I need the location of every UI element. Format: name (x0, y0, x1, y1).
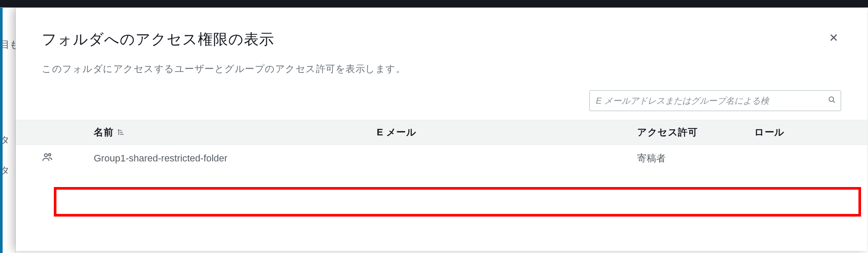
top-app-bar (0, 0, 868, 8)
svg-rect-6 (120, 134, 124, 135)
modal-subtitle: このフォルダにアクセスするユーザーとグループのアクセス許可を表示します。 (16, 49, 867, 76)
modal-header: フォルダへのアクセス権限の表示 ✕ (16, 30, 867, 49)
svg-rect-4 (120, 130, 122, 131)
table-header-row: 名前 E メール アクセス許可 ロール (16, 120, 867, 145)
close-button[interactable]: ✕ (826, 30, 841, 46)
column-access-label: アクセス許可 (637, 127, 697, 138)
svg-point-7 (44, 154, 47, 157)
row-access-cell: 寄稿者 (637, 152, 754, 165)
close-icon: ✕ (829, 31, 838, 44)
row-name-cell: Group1-shared-restricted-folder (94, 153, 377, 164)
annotation-highlight-box (54, 187, 861, 217)
search-input[interactable] (589, 90, 841, 111)
svg-point-8 (49, 153, 51, 155)
row-icon-cell (42, 151, 94, 165)
background-text: 目も (0, 38, 16, 51)
background-text: タ (0, 134, 16, 147)
sort-ascending-icon (117, 128, 125, 136)
column-header-email[interactable]: E メール (377, 126, 637, 139)
column-header-name[interactable]: 名前 (94, 126, 377, 139)
background-panel: 目も タ タ (0, 8, 16, 253)
column-header-role[interactable]: ロール (754, 126, 841, 139)
column-email-label: E メール (377, 127, 416, 138)
svg-rect-2 (118, 130, 119, 135)
background-text: タ (0, 164, 16, 177)
column-name-label: 名前 (94, 126, 113, 139)
modal-title: フォルダへのアクセス権限の表示 (42, 30, 274, 49)
svg-rect-5 (120, 132, 123, 133)
column-role-label: ロール (754, 127, 785, 138)
group-icon (42, 154, 53, 165)
search-row (16, 76, 867, 120)
svg-marker-3 (118, 129, 120, 131)
access-permissions-modal: フォルダへのアクセス権限の表示 ✕ このフォルダにアクセスするユーザーとグループ… (16, 8, 867, 251)
table-row[interactable]: Group1-shared-restricted-folder 寄稿者 (16, 145, 867, 171)
search-input-wrap (589, 90, 841, 111)
column-header-access[interactable]: アクセス許可 (637, 126, 754, 139)
